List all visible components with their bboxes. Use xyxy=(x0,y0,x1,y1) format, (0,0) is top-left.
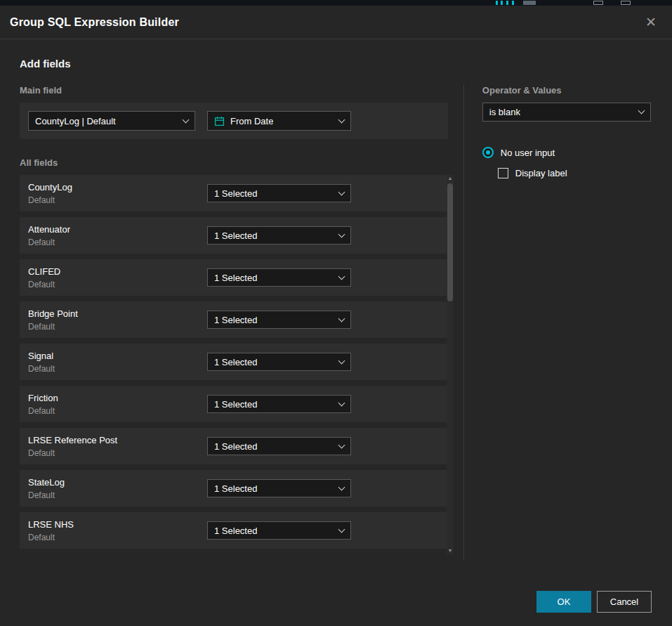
selected-count: 1 Selected xyxy=(214,188,257,199)
operator-values-panel: Operator & Values is blank No user input… xyxy=(482,85,652,560)
partial-ui-fragment xyxy=(593,1,603,5)
field-name: StateLog xyxy=(28,477,207,488)
partial-ui-fragment xyxy=(512,1,514,5)
field-name: CLIFED xyxy=(28,266,207,277)
field-selected-dropdown[interactable]: 1 Selected xyxy=(207,226,351,244)
date-field-select[interactable]: From Date xyxy=(207,111,351,131)
dialog-body: Add fields Main field CountyLog | Defaul… xyxy=(0,39,672,581)
field-selected-dropdown[interactable]: 1 Selected xyxy=(207,521,351,540)
chevron-down-icon xyxy=(338,273,345,280)
chevron-down-icon xyxy=(338,357,345,364)
field-meta: StateLog Default xyxy=(28,477,207,500)
radio-selected-icon xyxy=(482,147,494,158)
main-field-panel: CountyLog | Default From Date xyxy=(20,103,448,139)
checkbox-unchecked-icon xyxy=(498,168,508,178)
field-name: LRSE Reference Post xyxy=(28,435,207,445)
chevron-down-icon xyxy=(338,230,345,237)
dialog-footer: OK Cancel xyxy=(0,581,672,626)
selected-count: 1 Selected xyxy=(214,273,257,283)
field-meta: CLIFED Default xyxy=(28,266,207,289)
field-meta: LRSE NHS Default xyxy=(28,519,207,542)
operator-select[interactable]: is blank xyxy=(482,103,651,122)
selected-count: 1 Selected xyxy=(214,315,257,325)
field-selected-dropdown[interactable]: 1 Selected xyxy=(207,268,351,287)
selected-count: 1 Selected xyxy=(214,357,257,367)
field-selected-dropdown[interactable]: 1 Selected xyxy=(207,311,351,329)
operator-values-label: Operator & Values xyxy=(482,85,652,96)
selected-count: 1 Selected xyxy=(214,483,257,494)
left-column: Main field CountyLog | Default Fro xyxy=(20,85,454,560)
background-app-strip xyxy=(0,0,672,6)
no-user-input-radio[interactable]: No user input xyxy=(482,147,652,158)
selected-count: 1 Selected xyxy=(214,441,257,452)
field-selected-dropdown[interactable]: 1 Selected xyxy=(207,395,351,413)
cancel-button[interactable]: Cancel xyxy=(597,591,652,613)
chevron-down-icon xyxy=(338,441,345,448)
field-meta: LRSE Reference Post Default xyxy=(28,435,207,458)
field-row: Signal Default 1 Selected xyxy=(20,344,448,380)
field-sublabel: Default xyxy=(28,533,207,542)
field-meta: Attenuator Default xyxy=(28,224,207,247)
chevron-down-icon xyxy=(183,116,190,123)
chevron-down-icon xyxy=(338,526,345,533)
no-user-input-label: No user input xyxy=(501,148,555,158)
field-meta: Bridge Point Default xyxy=(28,308,207,332)
field-selected-dropdown[interactable]: 1 Selected xyxy=(207,479,351,497)
chevron-down-icon xyxy=(638,107,645,115)
field-row: CLIFED Default 1 Selected xyxy=(20,259,448,296)
field-sublabel: Default xyxy=(28,280,207,289)
fields-list: CountyLog Default 1 Selected Attenuator … xyxy=(20,175,454,549)
field-name: Signal xyxy=(28,351,207,361)
field-row: LRSE Reference Post Default 1 Selected xyxy=(20,428,448,464)
chevron-down-icon xyxy=(338,483,345,490)
field-sublabel: Default xyxy=(28,195,207,205)
field-name: LRSE NHS xyxy=(28,519,207,530)
calendar-icon xyxy=(214,116,225,126)
field-meta: Friction Default xyxy=(28,393,207,416)
field-row: LRSE NHS Default 1 Selected xyxy=(20,512,448,549)
field-sublabel: Default xyxy=(28,322,207,332)
fields-scrollbar[interactable]: ▲ ▼ xyxy=(447,175,454,554)
field-name: CountyLog xyxy=(28,182,207,193)
field-selected-dropdown[interactable]: 1 Selected xyxy=(207,184,351,202)
section-title: Add fields xyxy=(20,58,652,70)
dialog-header: Group SQL Expression Builder ✕ xyxy=(0,6,672,39)
field-row: CountyLog Default 1 Selected xyxy=(20,175,448,211)
field-row: Attenuator Default 1 Selected xyxy=(20,217,448,254)
field-sublabel: Default xyxy=(28,364,207,374)
field-meta: CountyLog Default xyxy=(28,182,207,205)
field-row: Friction Default 1 Selected xyxy=(20,386,448,422)
partial-ui-fragment xyxy=(523,1,536,5)
chevron-down-icon xyxy=(338,399,345,406)
scroll-up-icon[interactable]: ▲ xyxy=(447,175,454,182)
dialog-title: Group SQL Expression Builder xyxy=(10,16,179,29)
field-name: Bridge Point xyxy=(28,308,207,319)
scrollbar-thumb[interactable] xyxy=(447,183,453,301)
field-sublabel: Default xyxy=(28,448,207,458)
ok-button[interactable]: OK xyxy=(536,591,591,613)
layer-select-value: CountyLog | Default xyxy=(35,116,116,126)
field-name: Friction xyxy=(28,393,207,403)
scroll-down-icon[interactable]: ▼ xyxy=(447,547,454,554)
date-field-select-value: From Date xyxy=(230,116,273,126)
columns: Main field CountyLog | Default Fro xyxy=(20,85,652,560)
field-selected-dropdown[interactable]: 1 Selected xyxy=(207,437,351,455)
partial-ui-fragment xyxy=(496,1,498,5)
display-label-checkbox[interactable]: Display label xyxy=(498,168,652,178)
close-icon[interactable]: ✕ xyxy=(643,14,659,30)
field-sublabel: Default xyxy=(28,237,207,247)
field-sublabel: Default xyxy=(28,406,207,416)
field-name: Attenuator xyxy=(28,224,207,235)
display-label-text: Display label xyxy=(515,168,567,178)
field-row: Bridge Point Default 1 Selected xyxy=(20,301,448,338)
field-sublabel: Default xyxy=(28,490,207,500)
dialog-group-sql-expression-builder: Group SQL Expression Builder ✕ Add field… xyxy=(0,6,672,626)
selected-count: 1 Selected xyxy=(214,399,257,410)
partial-ui-fragment xyxy=(501,1,503,5)
operator-select-value: is blank xyxy=(489,107,520,117)
field-selected-dropdown[interactable]: 1 Selected xyxy=(207,353,351,371)
layer-select[interactable]: CountyLog | Default xyxy=(28,111,195,131)
vertical-divider xyxy=(463,85,464,560)
field-meta: Signal Default xyxy=(28,351,207,374)
selected-count: 1 Selected xyxy=(214,230,257,241)
